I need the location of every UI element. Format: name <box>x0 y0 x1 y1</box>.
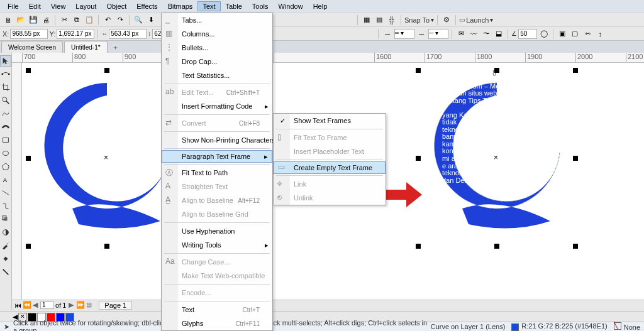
tab-untitled[interactable]: Untitled-1* <box>64 41 108 53</box>
prev-page-icon[interactable]: ◀ <box>31 301 39 309</box>
paragraph-text-frame[interactable]: Qerdus com – Merupakan sebuah situs web … <box>437 75 557 184</box>
order-back-icon[interactable]: ▢ <box>569 28 580 40</box>
start-arrow-icon[interactable]: ─ <box>416 28 427 40</box>
menu-text-columns[interactable]: ▥Columns... <box>162 27 272 41</box>
menu-effects[interactable]: Effects <box>131 1 162 11</box>
search-icon[interactable]: 🔍 <box>133 14 144 26</box>
curve-icon[interactable]: 〰 <box>468 28 479 40</box>
freehand-tool-icon[interactable] <box>0 108 11 119</box>
menu-text-insert-formatting[interactable]: Insert Formatting Code▸ <box>162 99 272 113</box>
menu-text[interactable]: Text <box>197 1 220 11</box>
menu-object[interactable]: Object <box>101 1 131 11</box>
redo-icon[interactable]: ↷ <box>114 14 126 26</box>
pick-tool-icon[interactable] <box>0 55 11 67</box>
menu-text-nonprinting[interactable]: Show Non-Printing Characters <box>162 133 272 147</box>
order-front-icon[interactable]: ▣ <box>557 28 568 40</box>
menu-text-dropcap[interactable]: ¶Drop Cap... <box>162 55 272 68</box>
arrow-dropdown[interactable]: ─ ▾ <box>428 29 448 39</box>
ellipse-tool-icon[interactable] <box>0 148 11 159</box>
scroll-left-icon[interactable]: ⏮ <box>14 301 21 309</box>
menu-text-statistics[interactable]: Text Statistics... <box>162 68 272 82</box>
textframe-handle-icon[interactable]: ▯ <box>492 69 496 76</box>
polygon-tool-icon[interactable] <box>0 161 11 172</box>
menu-text-hyphenation[interactable]: Use Hyphenation <box>162 224 272 238</box>
menu-text-text[interactable]: TextCtrl+T <box>162 303 272 317</box>
close-curve-icon[interactable]: ◯ <box>538 28 550 40</box>
drop-shadow-icon[interactable] <box>0 214 11 225</box>
mirror-h-icon[interactable]: ⇿ <box>582 28 593 40</box>
menu-bitmaps[interactable]: Bitmaps <box>163 1 198 11</box>
next-page-icon[interactable]: ▶ <box>67 301 75 309</box>
connector-tool-icon[interactable] <box>0 200 11 212</box>
first-page-icon[interactable]: ⏪ <box>23 301 30 309</box>
parallel-dim-icon[interactable] <box>0 187 11 198</box>
undo-icon[interactable]: ↶ <box>102 14 113 26</box>
toolbox: A <box>0 53 12 310</box>
menu-layout[interactable]: Layout <box>70 1 101 11</box>
submenu-fit-text-to-frame: ▯Fit Text To Frame <box>274 131 386 144</box>
menu-text-bullets[interactable]: ⋮Bullets... <box>162 41 272 55</box>
status-bar: ➤ Click an object twice for rotating/ske… <box>0 322 644 331</box>
menu-table[interactable]: Table <box>221 1 247 11</box>
submenu-show-text-frames[interactable]: ✓Show Text Frames <box>274 114 386 128</box>
y-input[interactable] <box>57 29 94 39</box>
fill-tool-icon[interactable] <box>0 253 11 264</box>
new-icon[interactable]: 🗎 <box>3 14 14 26</box>
text-tool-icon[interactable]: A <box>0 174 11 185</box>
open-icon[interactable]: 📂 <box>15 14 26 26</box>
menu-text-encode: Encode... <box>162 286 272 300</box>
paste-icon[interactable]: 📋 <box>84 14 95 26</box>
last-page-icon[interactable]: ⏩ <box>76 301 84 309</box>
linestyle-dropdown[interactable]: ━ ▾ <box>394 29 414 39</box>
outline-swatch-icon[interactable]: ╲ <box>614 322 621 330</box>
menu-text-glyphs[interactable]: GlyphsCtrl+F11 <box>162 317 272 330</box>
shape-tool-icon[interactable] <box>0 68 11 80</box>
add-page-icon[interactable]: ⊞ <box>85 301 92 309</box>
menu-file[interactable]: File <box>3 1 24 11</box>
zoom-tool-icon[interactable] <box>0 95 11 106</box>
page-number-input[interactable] <box>40 301 54 309</box>
rulers-icon[interactable]: ▦ <box>361 14 372 26</box>
wrap-icon[interactable]: ⬓ <box>493 28 504 40</box>
angle-input[interactable] <box>518 29 537 39</box>
print-icon[interactable]: 🖨 <box>40 14 52 26</box>
menu-window[interactable]: Window <box>274 1 308 11</box>
tab-welcome[interactable]: Welcome Screen <box>1 41 63 53</box>
eyedropper-icon[interactable] <box>0 240 11 251</box>
menu-tools[interactable]: Tools <box>247 1 274 11</box>
rectangle-tool-icon[interactable] <box>0 134 11 146</box>
artistic-media-icon[interactable] <box>0 121 11 133</box>
transparency-tool-icon[interactable] <box>0 227 11 238</box>
grid-icon[interactable]: ▤ <box>374 14 385 26</box>
guides-icon[interactable]: ╬ <box>386 14 397 26</box>
svg-line-8 <box>3 191 9 195</box>
fill-swatch-icon[interactable] <box>511 323 519 331</box>
menu-text-fit-to-path[interactable]: ⒶFit Text to Path <box>162 166 272 180</box>
import-icon[interactable]: ⬇ <box>145 14 157 26</box>
freehand-icon[interactable]: 〜 <box>480 28 492 40</box>
menu-view[interactable]: View <box>46 1 71 11</box>
outline-tool-icon[interactable] <box>0 266 11 278</box>
menu-text-paragraph-frame[interactable]: Paragraph Text Frame▸ <box>162 150 272 163</box>
save-icon[interactable]: 💾 <box>28 14 39 26</box>
page-tab[interactable]: Page 1 <box>99 301 132 310</box>
svg-point-2 <box>3 97 7 102</box>
mirror-v-icon[interactable]: ↕ <box>594 28 606 40</box>
new-tab-button[interactable]: ＋ <box>110 41 121 53</box>
envelope-icon[interactable]: ✉ <box>455 28 467 40</box>
line-style-icon[interactable]: ─ <box>382 28 393 40</box>
options-icon[interactable]: ⚙ <box>441 14 452 26</box>
menu-text-tabs[interactable]: ⎯Tabs... <box>162 13 272 27</box>
submenu-create-empty-text-frame[interactable]: ▭Create Empty Text Frame <box>274 161 386 174</box>
width-input[interactable] <box>109 29 147 39</box>
x-input[interactable] <box>10 29 48 39</box>
page-nav: ⏮ ⏪ ◀ of 1 ▶ ⏩ ⊞ Page 1 <box>12 300 644 310</box>
menu-edit[interactable]: Edit <box>24 1 46 11</box>
cut-icon[interactable]: ✂ <box>58 14 70 26</box>
copy-icon[interactable]: ⧉ <box>71 14 82 26</box>
menu-text-writing-tools[interactable]: Writing Tools▸ <box>162 238 272 252</box>
launch-dropdown[interactable]: ▭ Launch ▾ <box>459 16 493 24</box>
menu-help[interactable]: Help <box>308 1 333 11</box>
snap-to-dropdown[interactable]: Snap To ▾ <box>404 16 434 24</box>
crop-tool-icon[interactable] <box>0 82 11 93</box>
